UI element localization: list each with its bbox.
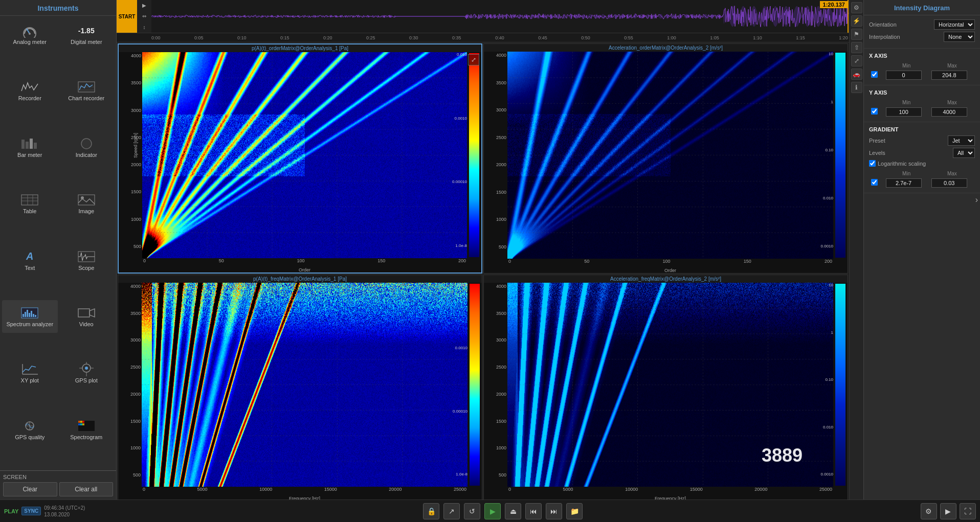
- chart-tl-ylabel: Speed [rpm]: [133, 132, 138, 157]
- svg-rect-16: [78, 195, 95, 205]
- skip-forward-button[interactable]: ⏭: [546, 503, 562, 519]
- tool-car[interactable]: 🚗: [851, 69, 862, 80]
- chart-tl-expand[interactable]: ⤢: [468, 54, 479, 65]
- chart-tl-y-axis: 4000350030002500200015001000500: [119, 52, 142, 258]
- y-axis-min[interactable]: [886, 107, 922, 117]
- recorder-icon: [20, 80, 39, 94]
- fullscreen-button[interactable]: ⛶: [960, 503, 976, 519]
- y-axis-section: Y AXIS Min Max: [864, 85, 980, 122]
- tool-share[interactable]: ⤢: [851, 55, 862, 66]
- gradient-range-checkbox[interactable]: [871, 179, 878, 186]
- table-icon: [20, 193, 39, 207]
- settings-button-br[interactable]: ⚙: [921, 503, 937, 519]
- sidebar-item-gps-plot[interactable]: GPS plot: [59, 356, 115, 389]
- datetime-info: 09:46:34 (UTC+2) 13.08.2020: [44, 505, 85, 518]
- folder-button[interactable]: 📁: [566, 503, 583, 519]
- svg-rect-20: [23, 314, 24, 317]
- sync-label: SYNC: [21, 507, 41, 515]
- export-button[interactable]: ▶: [940, 503, 956, 519]
- sidebar-title: Instruments: [0, 0, 116, 16]
- x-axis-checkbox[interactable]: [871, 71, 878, 78]
- skip-back-button[interactable]: ⏮: [525, 503, 542, 519]
- undo-button[interactable]: ↺: [464, 503, 480, 519]
- sidebar-item-xy-plot[interactable]: XY plot: [2, 356, 58, 389]
- sidebar-item-text[interactable]: A Text: [2, 244, 58, 277]
- sidebar-item-video[interactable]: Video: [59, 300, 115, 333]
- digital-meter-label: Digital meter: [71, 39, 102, 45]
- orientation-select[interactable]: Horizontal Vertical: [934, 19, 975, 30]
- right-panel-expand[interactable]: ›: [864, 193, 980, 207]
- waveform-tool-1[interactable]: ▶: [142, 3, 146, 8]
- analog-meter-label: Analog meter: [13, 39, 47, 45]
- time-counter: 1:20.137: [820, 1, 848, 8]
- chart-bl: p(A)(t)_freqMatrix@OrderAnalysis_1 [Pa] …: [118, 275, 482, 500]
- chart-tl-xlabel: Order: [142, 267, 467, 273]
- right-panel-title: Intensity Diagram: [864, 0, 980, 15]
- sidebar-item-spectrum-analyzer[interactable]: Spectrum analyzer: [2, 300, 58, 333]
- spectrum-analyzer-label: Spectrum analyzer: [6, 321, 53, 327]
- svg-rect-7: [26, 142, 29, 149]
- y-axis-checkbox[interactable]: [871, 108, 878, 115]
- heatmap-tl: [142, 52, 467, 258]
- tool-bolt[interactable]: ⚡: [851, 15, 862, 27]
- sidebar-item-digital-meter[interactable]: -1.85 Digital meter: [59, 18, 115, 51]
- gradient-max[interactable]: [931, 178, 967, 188]
- scope-icon: [77, 249, 96, 264]
- chart-br-y-axis: 4000350030002500200015001000500: [484, 283, 507, 487]
- chart-bl-x-axis: 0500010000150002000025000: [142, 487, 467, 496]
- y-axis-max[interactable]: [931, 107, 967, 117]
- tool-upload[interactable]: ⇧: [851, 42, 862, 53]
- video-icon: [77, 306, 96, 320]
- waveform-tool-2[interactable]: ⇔: [142, 13, 146, 19]
- tool-sidebar: ⚙ ⚡ ⚑ ⇧ ⤢ 🚗 ℹ: [849, 0, 863, 500]
- waveform-tool-3[interactable]: ↕: [143, 25, 146, 30]
- sidebar-item-indicator[interactable]: Indicator: [59, 131, 115, 164]
- clear-all-button[interactable]: Clear all: [59, 482, 114, 496]
- chart-recorder-icon: [77, 80, 96, 94]
- time-ruler: 0:00 0:05 0:10 0:15 0:20 0:25 0:30 0:35 …: [117, 33, 849, 42]
- chart-bl-xlabel: Frequency [Hz]: [142, 496, 467, 500]
- gradient-min[interactable]: [886, 178, 922, 188]
- chart-tl-x-axis: 050100150200: [142, 258, 467, 267]
- x-axis-min[interactable]: [886, 71, 922, 80]
- sidebar-item-spectrogram[interactable]: Spectrogram: [59, 413, 115, 446]
- right-panel: Intensity Diagram Orientation Horizontal…: [863, 0, 980, 500]
- svg-rect-44: [78, 423, 80, 425]
- svg-rect-26: [35, 315, 36, 317]
- chart-bl-title: p(A)(t)_freqMatrix@OrderAnalysis_1 [Pa]: [118, 275, 482, 283]
- start-button[interactable]: START: [117, 0, 137, 33]
- log-scale-label: Logarithmic scaling: [878, 161, 926, 167]
- sidebar-item-gps-quality[interactable]: GPS quality: [2, 413, 58, 446]
- interpolation-select[interactable]: None Linear: [944, 32, 975, 42]
- sidebar-item-chart-recorder[interactable]: Chart recorder: [59, 74, 115, 107]
- bottom-right-controls: ⚙ ▶ ⛶: [921, 503, 976, 519]
- screen-label: SCREEN: [3, 474, 113, 480]
- sidebar-item-recorder[interactable]: Recorder: [2, 74, 58, 107]
- sidebar-item-bar-meter[interactable]: Bar meter: [2, 131, 58, 164]
- svg-rect-21: [25, 312, 26, 317]
- chart-tr-x-axis: 050100150200: [507, 259, 833, 268]
- tool-flag[interactable]: ⚑: [851, 29, 862, 40]
- tool-settings[interactable]: ⚙: [851, 2, 862, 13]
- svg-rect-11: [21, 195, 38, 205]
- x-axis-max[interactable]: [931, 71, 967, 80]
- gradient-section: GRADIENT Preset Jet Hot Cool Levels All …: [864, 122, 980, 193]
- lock-button[interactable]: 🔒: [423, 503, 439, 519]
- sidebar-item-scope[interactable]: Scope: [59, 244, 115, 277]
- cursor-button[interactable]: ↗: [443, 503, 460, 519]
- log-scale-checkbox[interactable]: [869, 160, 876, 167]
- sidebar-item-image[interactable]: Image: [59, 187, 115, 220]
- play-button[interactable]: ▶: [484, 503, 501, 519]
- x-axis-section: X AXIS Min Max: [864, 49, 980, 85]
- preset-select[interactable]: Jet Hot Cool: [948, 135, 975, 146]
- heatmap-tr: [507, 52, 833, 259]
- eject-button[interactable]: ⏏: [505, 503, 521, 519]
- levels-select[interactable]: All 16 32: [953, 148, 975, 158]
- sidebar-item-table[interactable]: Table: [2, 187, 58, 220]
- gps-quality-icon: [20, 419, 39, 433]
- clear-button[interactable]: Clear: [3, 482, 57, 496]
- sidebar-item-analog-meter[interactable]: Analog meter: [2, 18, 58, 51]
- video-label: Video: [79, 321, 94, 327]
- tool-info[interactable]: ℹ: [851, 82, 862, 93]
- svg-rect-22: [27, 310, 28, 317]
